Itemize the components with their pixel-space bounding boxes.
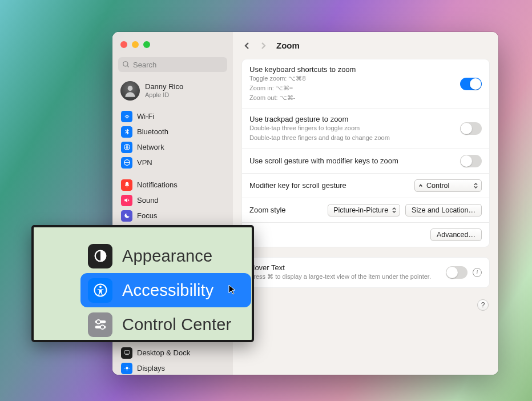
sidebar-item-label: Displays bbox=[137, 364, 165, 372]
sidebar-item-label: VPN bbox=[137, 158, 152, 167]
sidebar-item-focus[interactable]: Focus bbox=[118, 208, 227, 223]
row-kb-shortcuts: Use keyboard shortcuts to zoom Toggle zo… bbox=[242, 59, 489, 109]
zoom-pip-overlay: Appearance Accessibility Control Center bbox=[31, 225, 254, 342]
bluetooth-icon bbox=[121, 126, 132, 138]
zoom-item-appearance[interactable]: Appearance bbox=[84, 239, 240, 273]
svg-point-16 bbox=[126, 367, 128, 369]
sidebar-item-desktop-dock[interactable]: Desktop & Dock bbox=[118, 345, 227, 360]
sidebar-item-label: Focus bbox=[137, 211, 157, 220]
row-advanced: Advanced… bbox=[242, 223, 489, 247]
display-icon bbox=[121, 363, 132, 374]
button-label: Size and Location… bbox=[412, 206, 475, 214]
zoom-item-control-center[interactable]: Control Center bbox=[84, 307, 240, 342]
svg-point-23 bbox=[100, 325, 104, 329]
apple-id-row[interactable]: Danny Rico Apple ID bbox=[118, 78, 227, 109]
row-label: Use trackpad gesture to zoom bbox=[249, 115, 390, 123]
row-sub: Toggle zoom: ⌥⌘8 bbox=[249, 74, 356, 83]
close-button[interactable] bbox=[120, 41, 127, 48]
svg-rect-14 bbox=[124, 351, 130, 354]
sliders-icon bbox=[88, 312, 112, 337]
row-zoom-style: Zoom style Picture-in-Picture Size and L… bbox=[242, 198, 489, 223]
row-sub: Double-tap three fingers and drag to cha… bbox=[249, 134, 390, 143]
back-button[interactable] bbox=[242, 41, 252, 51]
row-modifier-key: Modifier key for scroll gesture Control bbox=[242, 174, 489, 198]
select-modifier-key[interactable]: Control bbox=[414, 179, 482, 192]
zoom-item-label: Control Center bbox=[122, 315, 231, 334]
advanced-button[interactable]: Advanced… bbox=[430, 228, 482, 241]
button-label: Advanced… bbox=[437, 231, 475, 239]
content-area: Use keyboard shortcuts to zoom Toggle zo… bbox=[233, 59, 498, 319]
sidebar-item-label: Desktop & Dock bbox=[137, 348, 190, 357]
appearance-icon bbox=[88, 244, 112, 268]
svg-point-22 bbox=[96, 320, 100, 324]
row-sub: Zoom out: ⌥⌘- bbox=[249, 94, 356, 103]
sidebar-item-displays[interactable]: Displays bbox=[118, 360, 227, 375]
user-name: Danny Rico bbox=[145, 82, 183, 91]
accessibility-icon bbox=[88, 278, 112, 303]
row-label: Modifier key for scroll gesture bbox=[249, 181, 346, 190]
sidebar-item-vpn[interactable]: VPN bbox=[118, 155, 227, 170]
select-value: Picture-in-Picture bbox=[333, 206, 388, 214]
main-header: Zoom bbox=[233, 32, 498, 59]
search-placeholder: Search bbox=[133, 61, 156, 69]
zoom-item-accessibility[interactable]: Accessibility bbox=[80, 273, 251, 307]
zoom-settings-card: Use keyboard shortcuts to zoom Toggle zo… bbox=[241, 59, 490, 247]
help-button[interactable]: ? bbox=[477, 299, 489, 311]
network-icon bbox=[121, 142, 132, 153]
row-label: Zoom style bbox=[249, 206, 286, 214]
dock-icon bbox=[121, 347, 132, 359]
sidebar-item-label: Notifications bbox=[137, 181, 178, 189]
toggle-kb-shortcuts[interactable] bbox=[460, 78, 482, 90]
row-sub: Double-tap three fingers to toggle zoom bbox=[249, 124, 390, 133]
sidebar-item-network[interactable]: Network bbox=[118, 139, 227, 155]
row-label: Hover Text bbox=[249, 263, 431, 272]
sidebar-item-sound[interactable]: Sound bbox=[118, 193, 227, 208]
vpn-icon bbox=[121, 157, 132, 169]
control-caret-icon bbox=[418, 182, 423, 190]
sidebar-item-label: Network bbox=[137, 143, 164, 151]
sidebar-item-label: Sound bbox=[137, 196, 159, 204]
select-zoom-style[interactable]: Picture-in-Picture bbox=[328, 204, 400, 216]
row-label: Use scroll gesture with modifier keys to… bbox=[249, 157, 398, 165]
size-location-button[interactable]: Size and Location… bbox=[405, 204, 482, 216]
moon-icon bbox=[121, 210, 132, 222]
minimize-button[interactable] bbox=[132, 41, 139, 48]
row-scroll-gesture: Use scroll gesture with modifier keys to… bbox=[242, 149, 489, 174]
avatar bbox=[120, 81, 140, 101]
row-sub: Press ⌘ to display a large-text view of … bbox=[249, 272, 431, 282]
wifi-icon bbox=[121, 111, 132, 122]
sidebar-item-wifi[interactable]: Wi-Fi bbox=[118, 109, 227, 124]
bell-icon bbox=[121, 179, 132, 191]
row-hover-text: Hover Text Press ⌘ to display a large-te… bbox=[242, 258, 489, 287]
select-value: Control bbox=[426, 182, 449, 190]
user-sub: Apple ID bbox=[145, 91, 183, 99]
info-icon[interactable]: i bbox=[473, 268, 482, 277]
chevron-updown-icon bbox=[474, 183, 478, 189]
svg-point-19 bbox=[99, 286, 102, 288]
zoom-button[interactable] bbox=[143, 41, 150, 48]
cursor-icon bbox=[227, 284, 239, 295]
sidebar-item-label: Bluetooth bbox=[137, 127, 168, 136]
hover-text-card: Hover Text Press ⌘ to display a large-te… bbox=[241, 257, 490, 288]
search-input[interactable]: Search bbox=[118, 57, 227, 72]
toggle-trackpad-gesture[interactable] bbox=[460, 122, 482, 135]
chevron-updown-icon bbox=[392, 207, 396, 213]
row-sub: Zoom in: ⌥⌘= bbox=[249, 84, 356, 93]
toggle-hover-text[interactable] bbox=[446, 266, 467, 279]
svg-rect-15 bbox=[125, 354, 129, 355]
svg-point-0 bbox=[123, 62, 128, 66]
search-icon bbox=[122, 61, 130, 69]
sidebar-item-label: Wi-Fi bbox=[137, 112, 154, 121]
window-controls bbox=[120, 41, 227, 48]
svg-line-1 bbox=[127, 66, 129, 67]
main-pane: Zoom Use keyboard shortcuts to zoom Togg… bbox=[233, 32, 498, 375]
page-title: Zoom bbox=[276, 41, 300, 50]
forward-button[interactable] bbox=[258, 41, 268, 51]
zoom-item-label: Accessibility bbox=[122, 281, 214, 300]
svg-point-2 bbox=[128, 86, 133, 91]
toggle-scroll-gesture[interactable] bbox=[460, 155, 482, 167]
zoom-item-label: Appearance bbox=[122, 247, 212, 266]
sidebar-item-bluetooth[interactable]: Bluetooth bbox=[118, 124, 227, 139]
sidebar-item-notifications[interactable]: Notifications bbox=[118, 177, 227, 193]
desktop-wallpaper: Search Danny Rico Apple ID Wi-Fi Bluetoo… bbox=[0, 0, 532, 401]
